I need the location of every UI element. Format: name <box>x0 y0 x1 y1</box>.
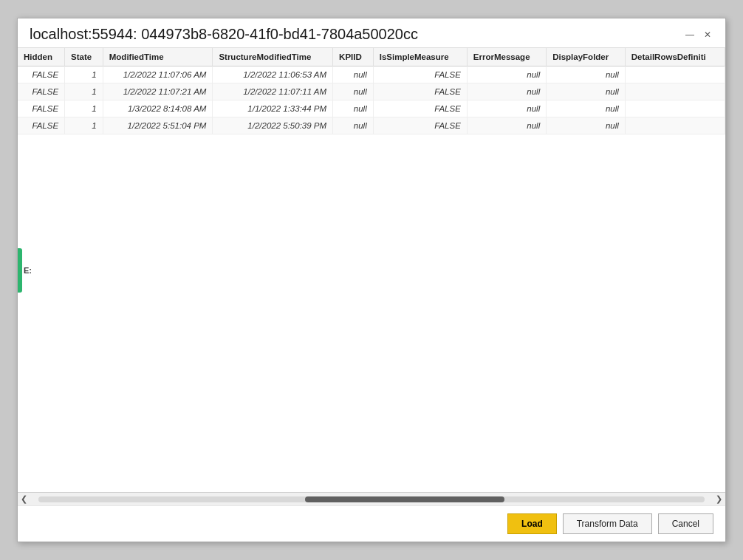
cell-hidden: FALSE <box>18 100 65 117</box>
cell-isSimpleMeasure: FALSE <box>373 117 467 134</box>
cell-detailRowsDefinition <box>625 83 725 100</box>
cell-hidden: FALSE <box>18 83 65 100</box>
scroll-track[interactable] <box>38 496 705 502</box>
cell-kpiid: null <box>333 83 374 100</box>
col-error-message: ErrorMessage <box>467 48 546 66</box>
table-body: FALSE11/2/2022 11:07:06 AM1/2/2022 11:06… <box>18 66 725 134</box>
cell-state: 1 <box>65 100 103 117</box>
close-button[interactable]: ✕ <box>702 29 713 41</box>
cell-state: 1 <box>65 66 103 83</box>
window-title: localhost:55944: 044973b8-6820-41f0-bd41… <box>30 26 418 43</box>
col-is-simple-measure: IsSimpleMeasure <box>373 48 467 66</box>
cell-modifiedTime: 1/3/2022 8:14:08 AM <box>103 100 213 117</box>
table-row: FALSE11/3/2022 8:14:08 AM1/1/2022 1:33:4… <box>18 100 725 117</box>
cell-modifiedTime: 1/2/2022 5:51:04 PM <box>103 117 213 134</box>
horizontal-scrollbar[interactable]: ❮ ❯ <box>18 492 725 505</box>
cell-structureModifiedTime: 1/1/2022 1:33:44 PM <box>213 100 333 117</box>
minimize-button[interactable]: — <box>684 29 696 41</box>
window-controls: — ✕ <box>684 29 713 41</box>
col-structure-modified-time: StructureModifiedTime <box>213 48 333 66</box>
load-button[interactable]: Load <box>507 513 557 534</box>
cell-structureModifiedTime: 1/2/2022 11:07:11 AM <box>213 83 333 100</box>
col-modified-time: ModifiedTime <box>103 48 213 66</box>
cell-structureModifiedTime: 1/2/2022 5:50:39 PM <box>213 117 333 134</box>
col-hidden: Hidden <box>18 48 65 66</box>
col-state: State <box>65 48 103 66</box>
cell-kpiid: null <box>333 66 374 83</box>
table-row: FALSE11/2/2022 11:07:06 AM1/2/2022 11:06… <box>18 66 725 83</box>
cell-detailRowsDefinition <box>625 117 725 134</box>
left-accent <box>18 248 22 293</box>
cell-displayFolder: null <box>547 66 626 83</box>
table-header: Hidden State ModifiedTime StructureModif… <box>18 48 725 66</box>
cell-errorMessage: null <box>467 66 546 83</box>
cell-displayFolder: null <box>547 83 626 100</box>
scroll-thumb[interactable] <box>305 496 505 502</box>
cancel-button[interactable]: Cancel <box>658 513 713 534</box>
col-detail-rows: DetailRowsDefiniti <box>625 48 725 66</box>
cell-modifiedTime: 1/2/2022 11:07:21 AM <box>103 83 213 100</box>
table-container: E: Hidden State ModifiedTime StructureMo… <box>18 47 725 492</box>
cell-state: 1 <box>65 83 103 100</box>
cell-kpiid: null <box>333 117 374 134</box>
cell-modifiedTime: 1/2/2022 11:07:06 AM <box>103 66 213 83</box>
cell-hidden: FALSE <box>18 117 65 134</box>
data-table: Hidden State ModifiedTime StructureModif… <box>18 48 725 134</box>
cell-structureModifiedTime: 1/2/2022 11:06:53 AM <box>213 66 333 83</box>
cell-isSimpleMeasure: FALSE <box>373 83 467 100</box>
scroll-left-arrow[interactable]: ❮ <box>21 494 27 504</box>
cell-state: 1 <box>65 117 103 134</box>
header-row: Hidden State ModifiedTime StructureModif… <box>18 48 725 66</box>
cell-errorMessage: null <box>467 83 546 100</box>
cell-errorMessage: null <box>467 117 546 134</box>
title-bar: localhost:55944: 044973b8-6820-41f0-bd41… <box>18 18 725 47</box>
table-row: FALSE11/2/2022 5:51:04 PM1/2/2022 5:50:3… <box>18 117 725 134</box>
transform-data-button[interactable]: Transform Data <box>563 513 652 534</box>
cell-hidden: FALSE <box>18 66 65 83</box>
e-label: E: <box>24 266 32 275</box>
cell-errorMessage: null <box>467 100 546 117</box>
cell-displayFolder: null <box>547 100 626 117</box>
cell-kpiid: null <box>333 100 374 117</box>
cell-detailRowsDefinition <box>625 66 725 83</box>
cell-isSimpleMeasure: FALSE <box>373 100 467 117</box>
main-dialog: localhost:55944: 044973b8-6820-41f0-bd41… <box>17 18 726 542</box>
cell-detailRowsDefinition <box>625 100 725 117</box>
col-display-folder: DisplayFolder <box>547 48 626 66</box>
col-kpiid: KPIID <box>333 48 374 66</box>
scroll-right-arrow[interactable]: ❯ <box>716 494 722 504</box>
cell-isSimpleMeasure: FALSE <box>373 66 467 83</box>
cell-displayFolder: null <box>547 117 626 134</box>
button-bar: Load Transform Data Cancel <box>18 505 725 542</box>
table-row: FALSE11/2/2022 11:07:21 AM1/2/2022 11:07… <box>18 83 725 100</box>
table-scroll[interactable]: Hidden State ModifiedTime StructureModif… <box>18 48 725 492</box>
